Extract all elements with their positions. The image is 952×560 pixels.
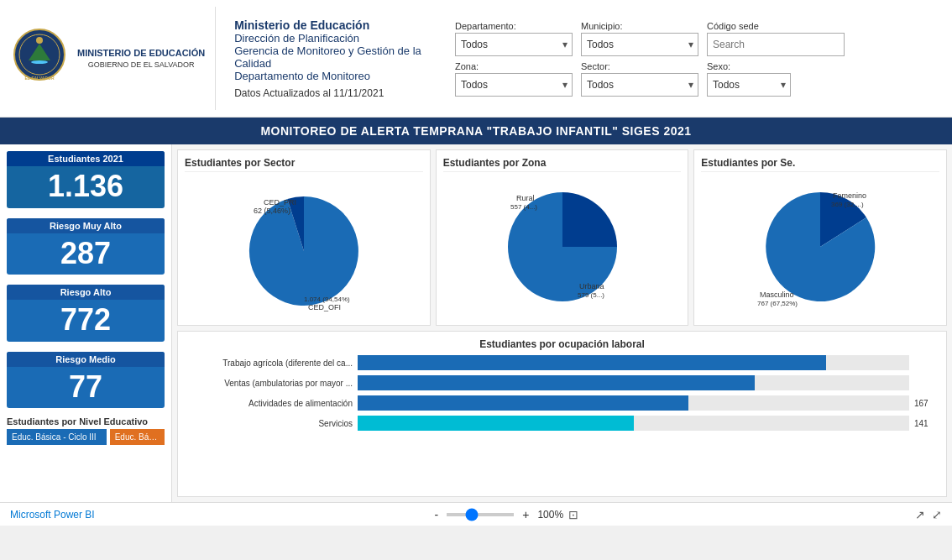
zoom-value: 100% — [537, 509, 563, 521]
stat-riesgo-medio: Riesgo Medio 77 — [7, 352, 165, 409]
sector-chart-card: Estudiantes por Sector CED_PRI — [177, 149, 431, 326]
stat-riesgo-alto-value: 772 — [13, 303, 158, 337]
update-line: Datos Actualizados al 11/11/2021 — [234, 87, 445, 99]
municipio-select-wrapper[interactable]: Todos — [581, 33, 698, 56]
zona-select[interactable]: Todos — [455, 73, 573, 97]
zona-group: Zona: Todos — [455, 61, 573, 97]
zona-label: Zona: — [455, 61, 573, 71]
svg-text:369 (32,...): 369 (32,...) — [831, 201, 864, 208]
svg-point-4 — [31, 60, 48, 64]
bar-value-4: 141 — [914, 419, 939, 428]
nivel-label: Estudiantes por Nivel Educativo — [7, 416, 165, 427]
bar-track-3 — [358, 395, 909, 411]
municipio-label: Municipio: — [581, 21, 698, 31]
ocupacion-chart-card: Estudiantes por ocupación laboral Trabaj… — [177, 331, 947, 497]
sector-group: Sector: Todos — [581, 61, 698, 97]
sector-label: Sector: — [581, 61, 698, 71]
bar-value-3: 167 — [914, 399, 939, 408]
bar-label-3: Actividades de alimentación — [185, 399, 353, 408]
bar-track-4 — [358, 416, 909, 431]
zona-label-urbana: Urbana — [579, 282, 604, 290]
powerbi-link[interactable]: Microsoft Power BI — [10, 509, 95, 521]
bar-row-2: Ventas (ambulatorias por mayor ... — [185, 375, 939, 390]
zona-chart-card: Estudiantes por Zona Rural 557 (4...) Ur… — [436, 149, 689, 326]
search-input[interactable] — [707, 33, 845, 56]
zoom-plus-button[interactable]: + — [519, 508, 532, 521]
sector-label-2: CED_OFI — [308, 303, 341, 311]
share-icon[interactable]: ↗ — [915, 508, 925, 521]
departamento-group: Departamento: Todos — [455, 21, 573, 56]
zona-label-rural: Rural — [516, 194, 535, 202]
left-panel: Estudiantes 2021 1.136 Riesgo Muy Alto 2… — [0, 144, 172, 502]
sector-chart-title: Estudiantes por Sector — [185, 157, 423, 172]
stat-riesgo-muy-alto-title: Riesgo Muy Alto — [7, 218, 165, 233]
bar-label-1: Trabajo agrícola (diferente del ca... — [185, 359, 353, 368]
bar-fill-1 — [358, 355, 826, 370]
filter-row-1: Departamento: Todos Municipio: Todos Cód… — [455, 21, 942, 56]
stat-estudiantes-value: 1.136 — [13, 170, 158, 203]
bar-row-1: Trabajo agrícola (diferente del ca... — [185, 355, 939, 370]
sexo-chart-card: Estudiantes por Se. Femenino 369 (32,...… — [693, 149, 947, 326]
sexo-label: Sexo: — [707, 61, 791, 71]
municipio-select[interactable]: Todos — [581, 33, 698, 56]
logo-section: EL SALVADOR MINISTERIO DE EDUCACIÓN GOBI… — [10, 7, 216, 110]
stat-riesgo-alto: Riesgo Alto 772 — [7, 285, 165, 342]
sexo-select-wrapper[interactable]: Todos — [707, 73, 791, 97]
org-line3: Gerencia de Monitoreo y Gestión de la Ca… — [234, 44, 445, 70]
bar-track-1 — [358, 355, 909, 370]
right-panel: Estudiantes por Sector CED_PRI — [172, 144, 952, 502]
stat-riesgo-medio-value: 77 — [13, 370, 158, 404]
nivel-section: Estudiantes por Nivel Educativo Educ. Bá… — [7, 416, 165, 445]
zona-select-wrapper[interactable]: Todos — [455, 73, 573, 97]
zoom-slider[interactable] — [447, 513, 514, 516]
sector-pie-svg: CED_PRI 62 (5,46%) CED_OFI 1.074 (94,54%… — [228, 180, 379, 314]
zona-chart-body: Rural 557 (4...) Urbana 579 (5...) — [443, 175, 682, 318]
svg-text:EL SALVADOR: EL SALVADOR — [24, 76, 54, 81]
nivel-bar-1: Educ. Básica - Ciclo III — [7, 429, 107, 445]
departamento-select-wrapper[interactable]: Todos — [455, 33, 573, 56]
svg-text:62 (5,46%): 62 (5,46%) — [254, 207, 290, 215]
sexo-select[interactable]: Todos — [707, 73, 791, 97]
stat-estudiantes-title: Estudiantes 2021 — [7, 151, 165, 166]
municipio-group: Municipio: Todos — [581, 21, 698, 56]
stat-riesgo-muy-alto-value: 287 — [13, 237, 158, 270]
logo-title-text: MINISTERIO DE EDUCACIÓN — [77, 48, 205, 59]
bar-fill-3 — [358, 395, 688, 411]
sector-chart-body: CED_PRI 62 (5,46%) CED_OFI 1.074 (94,54%… — [185, 175, 423, 318]
org-line1: Ministerio de Educación — [234, 18, 445, 32]
zona-pie-svg: Rural 557 (4...) Urbana 579 (5...) — [487, 180, 638, 314]
zoom-minus-button[interactable]: - — [432, 508, 442, 521]
banner-text: MONITOREO DE ALERTA TEMPRANA "TRABAJO IN… — [260, 124, 691, 138]
bar-row-3: Actividades de alimentación 167 — [185, 395, 939, 411]
svg-point-2 — [36, 37, 43, 44]
sexo-pie-svg: Femenino 369 (32,...) Masculino 767 (67,… — [745, 180, 896, 314]
stat-riesgo-alto-title: Riesgo Alto — [7, 285, 165, 300]
departamento-select[interactable]: Todos — [455, 33, 573, 56]
org-line4: Departamento de Monitoreo — [234, 70, 445, 82]
sexo-chart-title: Estudiantes por Se. — [701, 157, 939, 172]
org-info: Ministerio de Educación Dirección de Pla… — [226, 7, 445, 110]
stat-riesgo-muy-alto: Riesgo Muy Alto 287 — [7, 218, 165, 275]
svg-text:579 (5...): 579 (5...) — [578, 291, 604, 299]
expand-icon[interactable]: ⤢ — [932, 508, 942, 521]
logo-subtitle-text: GOBIERNO DE EL SALVADOR — [88, 60, 195, 69]
bar-row-4: Servicios 141 — [185, 416, 939, 431]
sector-select[interactable]: Todos — [581, 73, 698, 97]
codigo-label: Código sede — [707, 21, 845, 31]
sector-label-1: CED_PRI — [264, 198, 296, 207]
sector-select-wrapper[interactable]: Todos — [581, 73, 698, 97]
departamento-label: Departamento: — [455, 21, 573, 31]
fit-screen-icon[interactable]: ⊡ — [568, 508, 578, 521]
stat-estudiantes: Estudiantes 2021 1.136 — [7, 151, 165, 208]
filters-section: Departamento: Todos Municipio: Todos Cód… — [455, 7, 942, 110]
bar-label-4: Servicios — [185, 419, 353, 428]
sexo-label-masculino: Masculino — [760, 290, 794, 299]
bar-fill-2 — [358, 375, 755, 390]
charts-top-row: Estudiantes por Sector CED_PRI — [177, 149, 947, 326]
nivel-bars: Educ. Básica - Ciclo III Educ. Bás... — [7, 429, 165, 445]
bar-fill-4 — [358, 416, 634, 431]
svg-text:557 (4...): 557 (4...) — [510, 203, 537, 211]
logo-text: MINISTERIO DE EDUCACIÓN GOBIERNO DE EL S… — [77, 48, 205, 69]
logo-emblem: EL SALVADOR — [10, 25, 69, 92]
codigo-group: Código sede — [707, 21, 845, 56]
